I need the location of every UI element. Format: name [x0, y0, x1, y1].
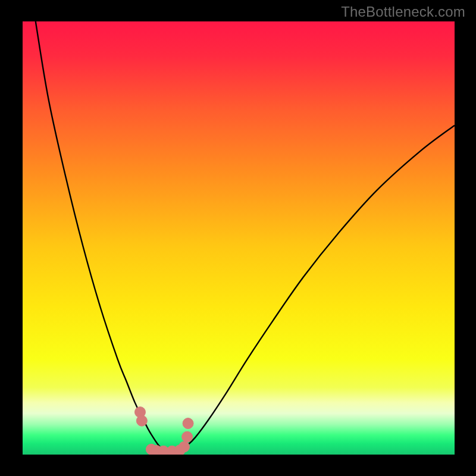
- valley-marker-dot: [136, 415, 147, 426]
- plot-area: [23, 21, 455, 455]
- chart-frame: TheBottleneck.com: [0, 0, 476, 476]
- valley-marker-dot: [182, 431, 193, 442]
- gradient-background: [23, 21, 455, 455]
- valley-marker-dot: [179, 441, 190, 452]
- chart-svg: [23, 21, 455, 455]
- valley-marker-dot: [183, 418, 193, 429]
- watermark-text: TheBottleneck.com: [341, 4, 465, 20]
